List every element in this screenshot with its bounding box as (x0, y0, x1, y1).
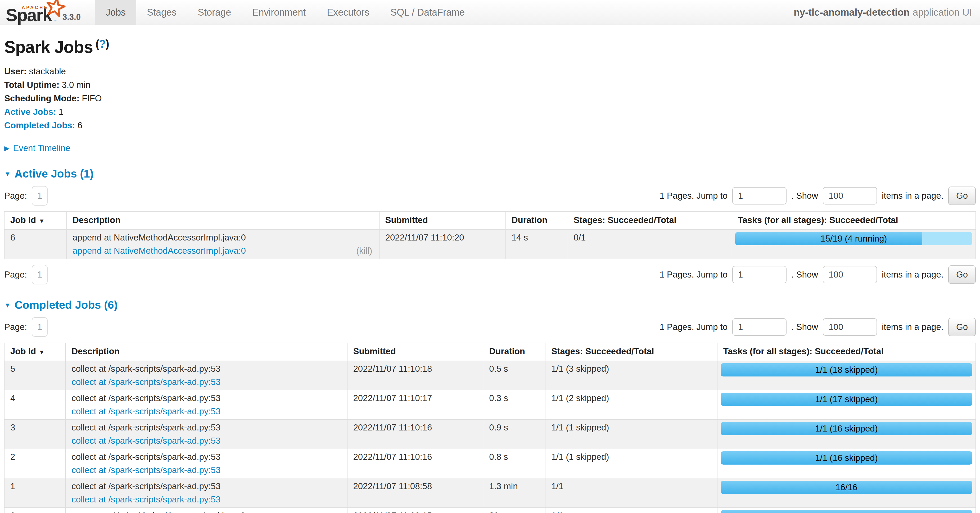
column-header-label: Stages: Succeeded/Total (574, 215, 676, 225)
items-per-page-input[interactable] (823, 318, 877, 336)
column-header-4[interactable]: Stages: Succeeded/Total (568, 212, 732, 230)
column-header-3[interactable]: Duration (483, 343, 546, 361)
job-tasks-cell: 1/1 (18 skipped) (717, 361, 975, 390)
summary-uptime: Total Uptime: 3.0 min (4, 80, 976, 90)
pages-count-text: 1 Pages. Jump to (660, 322, 727, 332)
table-row: 0parquet at NativeMethodAccessorImpl.jav… (5, 508, 976, 513)
summary-uptime-label: Total Uptime: (4, 80, 59, 90)
job-id-cell: 4 (5, 390, 66, 419)
job-description-link[interactable]: append at NativeMethodAccessorImpl.java:… (73, 246, 246, 256)
column-header-4[interactable]: Stages: Succeeded/Total (546, 343, 718, 361)
summary-scheduling-label: Scheduling Mode: (4, 94, 80, 103)
job-description-link[interactable]: collect at /spark-scripts/spark-ad.py:53 (72, 377, 220, 387)
job-stages-cell: 1/1 (546, 478, 718, 508)
table-row: 4collect at /spark-scripts/spark-ad.py:5… (5, 390, 976, 419)
kill-link[interactable]: (kill) (356, 246, 373, 256)
job-description: collect at /spark-scripts/spark-ad.py:53 (72, 364, 341, 374)
job-submitted-cell: 2022/11/07 11:10:20 (379, 230, 506, 259)
summary-user-value: stackable (29, 67, 66, 76)
job-description: parquet at NativeMethodAccessorImpl.java… (72, 511, 341, 513)
collapse-arrow-icon: ▼ (4, 301, 11, 309)
active-jobs-title: Active Jobs (1) (14, 167, 94, 180)
job-submitted-cell: 2022/11/07 11:10:18 (347, 361, 483, 390)
job-description-line2: append at NativeMethodAccessorImpl.java:… (73, 246, 374, 256)
items-per-page-input[interactable] (823, 187, 877, 205)
column-header-label: Stages: Succeeded/Total (551, 346, 654, 356)
jump-to-page-input[interactable] (732, 187, 786, 205)
column-header-0[interactable]: Job Id▼ (5, 343, 66, 361)
job-duration-cell: 39 s (483, 508, 546, 513)
task-progress-label: 15/19 (4 running) (735, 232, 972, 245)
column-header-label: Submitted (353, 346, 396, 356)
job-description-link[interactable]: collect at /spark-scripts/spark-ad.py:53 (72, 407, 220, 416)
tab-stages[interactable]: Stages (136, 0, 187, 25)
spark-logo: APACHE Spark ™ 3.3.0 (0, 0, 83, 25)
page-label: Page: (4, 191, 27, 201)
summary-completed-jobs-link[interactable]: Completed Jobs: (4, 121, 75, 130)
jump-to-page-input[interactable] (732, 266, 786, 283)
job-description-line2: collect at /spark-scripts/spark-ad.py:53 (72, 494, 341, 505)
job-stages-cell: 1/1 (1 skipped) (546, 419, 718, 449)
event-timeline-toggle[interactable]: ▶ Event Timeline (4, 143, 976, 153)
go-button[interactable]: Go (948, 318, 976, 336)
job-description-line2: collect at /spark-scripts/spark-ad.py:53 (72, 465, 341, 475)
summary-active-jobs-value: 1 (59, 107, 63, 117)
page-number-input[interactable] (32, 317, 48, 337)
active-jobs-table: Job Id▼DescriptionSubmittedDurationStage… (4, 211, 976, 259)
column-header-0[interactable]: Job Id▼ (5, 212, 67, 230)
spark-version: 3.3.0 (62, 13, 81, 22)
tab-executors[interactable]: Executors (316, 0, 380, 25)
summary-completed-jobs-value: 6 (78, 121, 82, 130)
job-description-link[interactable]: collect at /spark-scripts/spark-ad.py:53 (72, 465, 220, 475)
column-header-label: Job Id (10, 346, 36, 356)
jump-to-page-input[interactable] (732, 318, 786, 336)
pages-count-text: 1 Pages. Jump to (660, 270, 727, 280)
column-header-3[interactable]: Duration (506, 212, 568, 230)
page-number-input[interactable] (32, 265, 48, 284)
job-description-cell: collect at /spark-scripts/spark-ad.py:53… (66, 449, 347, 478)
items-text: items in a page. (882, 322, 943, 332)
items-text: items in a page. (882, 270, 943, 280)
task-progress-bar: 16/16 (721, 481, 972, 494)
column-header-5[interactable]: Tasks (for all stages): Succeeded/Total (732, 212, 975, 230)
job-description-cell: append at NativeMethodAccessorImpl.java:… (67, 230, 379, 259)
tab-environment[interactable]: Environment (242, 0, 316, 25)
help-link[interactable]: (?) (95, 38, 109, 50)
summary-active-jobs-link[interactable]: Active Jobs: (4, 107, 56, 117)
trademark-symbol: ™ (54, 19, 57, 23)
column-header-2[interactable]: Submitted (347, 343, 483, 361)
job-summary-list: User: stackable Total Uptime: 3.0 min Sc… (4, 67, 976, 130)
job-description-link[interactable]: collect at /spark-scripts/spark-ad.py:53 (72, 436, 220, 446)
job-description: collect at /spark-scripts/spark-ad.py:53 (72, 393, 341, 403)
task-progress-bar: 1/1 (721, 510, 972, 513)
column-header-2[interactable]: Submitted (379, 212, 506, 230)
help-paren-open: ( (95, 38, 99, 50)
column-header-1[interactable]: Description (67, 212, 379, 230)
page-number-input[interactable] (32, 186, 48, 206)
summary-scheduling-value: FIFO (82, 94, 102, 103)
column-header-5[interactable]: Tasks (for all stages): Succeeded/Total (717, 343, 975, 361)
go-button[interactable]: Go (948, 265, 976, 284)
tab-storage[interactable]: Storage (187, 0, 242, 25)
job-id-cell: 0 (5, 508, 66, 513)
job-submitted-cell: 2022/11/07 11:10:17 (347, 390, 483, 419)
completed-jobs-title: Completed Jobs (6) (14, 299, 118, 311)
job-description: append at NativeMethodAccessorImpl.java:… (73, 233, 374, 243)
table-row: 5collect at /spark-scripts/spark-ad.py:5… (5, 361, 976, 390)
tab-sql-dataframe[interactable]: SQL / DataFrame (380, 0, 475, 25)
items-per-page-input[interactable] (823, 266, 877, 283)
job-description: collect at /spark-scripts/spark-ad.py:53 (72, 481, 341, 491)
job-id-cell: 1 (5, 478, 66, 508)
job-duration-cell: 14 s (506, 230, 568, 259)
column-header-1[interactable]: Description (66, 343, 347, 361)
table-row: 1collect at /spark-scripts/spark-ad.py:5… (5, 478, 976, 508)
job-duration-cell: 0.8 s (483, 449, 546, 478)
job-submitted-cell: 2022/11/07 11:10:16 (347, 419, 483, 449)
tab-jobs[interactable]: Jobs (95, 0, 136, 25)
job-id-cell: 2 (5, 449, 66, 478)
go-button[interactable]: Go (948, 186, 976, 205)
job-description-link[interactable]: collect at /spark-scripts/spark-ad.py:53 (72, 494, 220, 505)
active-jobs-header[interactable]: ▼ Active Jobs (1) (4, 167, 976, 180)
completed-jobs-header[interactable]: ▼ Completed Jobs (6) (4, 299, 976, 311)
application-title: ny-tlc-anomaly-detection application UI (794, 0, 980, 25)
